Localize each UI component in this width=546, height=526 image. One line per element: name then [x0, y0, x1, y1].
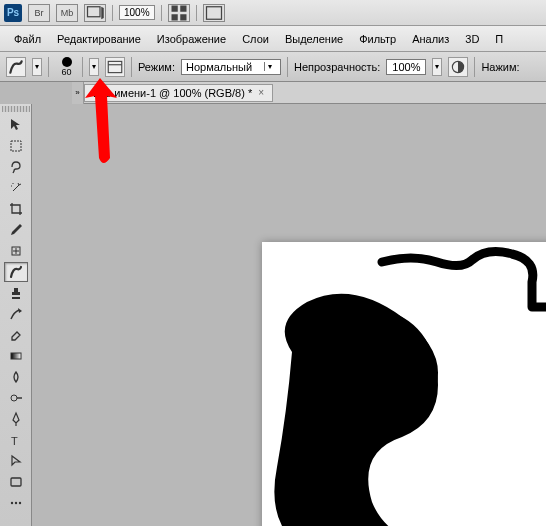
svg-rect-3 [171, 14, 177, 20]
blend-mode-select[interactable]: Нормальный ▾ [181, 59, 281, 75]
svg-rect-4 [180, 14, 186, 20]
shape-tool[interactable] [4, 472, 28, 492]
toolbox-grip[interactable] [2, 106, 30, 112]
brush-panel-button[interactable] [105, 57, 125, 77]
opacity-dropdown-icon[interactable]: ▾ [432, 58, 442, 76]
document-tab[interactable]: Без имени-1 @ 100% (RGB/8) * × [84, 84, 273, 102]
menu-analyze[interactable]: Анализ [404, 31, 457, 47]
chevron-down-icon: ▾ [264, 62, 276, 71]
svg-rect-6 [108, 61, 122, 72]
toolbox: T [0, 104, 32, 526]
bridge-button[interactable]: Br [28, 4, 50, 22]
dodge-tool[interactable] [4, 388, 28, 408]
wand-tool[interactable] [4, 178, 28, 198]
history-brush-tool[interactable] [4, 304, 28, 324]
svg-rect-1 [171, 5, 177, 11]
menu-view[interactable]: П [487, 31, 511, 47]
menu-image[interactable]: Изображение [149, 31, 234, 47]
svg-rect-2 [180, 5, 186, 11]
document-tab-title: Без имени-1 @ 100% (RGB/8) * [93, 87, 252, 99]
flow-label: Нажим: [481, 61, 519, 73]
document-canvas[interactable] [262, 242, 546, 526]
menu-bar: Файл Редактирование Изображение Слои Выд… [0, 26, 546, 52]
pen-tool[interactable] [4, 409, 28, 429]
healing-tool[interactable] [4, 241, 28, 261]
lasso-tool[interactable] [4, 157, 28, 177]
brush-stroke-art [262, 242, 546, 526]
svg-rect-17 [11, 478, 21, 486]
screen-mode-button[interactable] [84, 4, 106, 22]
marquee-tool[interactable] [4, 136, 28, 156]
tab-scroll-icon[interactable]: » [72, 82, 84, 104]
menu-select[interactable]: Выделение [277, 31, 351, 47]
tablet-opacity-button[interactable] [448, 57, 468, 77]
menu-3d[interactable]: 3D [457, 31, 487, 47]
tool-preset-dropdown-icon[interactable]: ▾ [32, 58, 42, 76]
svg-rect-13 [11, 353, 21, 359]
blend-mode-value: Нормальный [186, 61, 252, 73]
blur-tool[interactable] [4, 367, 28, 387]
move-tool[interactable] [4, 115, 28, 135]
svg-rect-9 [11, 141, 21, 151]
svg-rect-5 [206, 6, 221, 19]
svg-point-18 [10, 502, 12, 504]
svg-point-19 [14, 502, 16, 504]
gradient-tool[interactable] [4, 346, 28, 366]
opacity-input[interactable]: 100% [386, 59, 426, 75]
brush-tip-icon [62, 57, 72, 67]
zoom-level[interactable]: 100% [119, 5, 155, 20]
title-bar: Ps Br Mb 100% [0, 0, 546, 26]
menu-file[interactable]: Файл [6, 31, 49, 47]
workspace: T [0, 104, 546, 526]
brush-preset-picker[interactable]: 60 [55, 57, 83, 77]
menu-edit[interactable]: Редактирование [49, 31, 149, 47]
opacity-label: Непрозрачность: [294, 61, 380, 73]
svg-rect-0 [88, 6, 101, 16]
svg-point-20 [18, 502, 20, 504]
eyedropper-tool[interactable] [4, 220, 28, 240]
stamp-tool[interactable] [4, 283, 28, 303]
eraser-tool[interactable] [4, 325, 28, 345]
svg-point-14 [11, 395, 17, 401]
type-tool[interactable]: T [4, 430, 28, 450]
menu-layers[interactable]: Слои [234, 31, 277, 47]
svg-text:T: T [11, 435, 18, 447]
menu-filter[interactable]: Фильтр [351, 31, 404, 47]
brush-preset-dropdown-icon[interactable]: ▾ [89, 58, 99, 76]
more-tools-icon[interactable] [4, 493, 28, 513]
minibridge-button[interactable]: Mb [56, 4, 78, 22]
arrange-button[interactable] [168, 4, 190, 22]
mode-label: Режим: [138, 61, 175, 73]
options-bar: ▾ 60 ▾ Режим: Нормальный ▾ Непрозрачност… [0, 52, 546, 82]
brush-tool[interactable] [4, 262, 28, 282]
extras-button[interactable] [203, 4, 225, 22]
tab-close-button[interactable]: × [258, 87, 264, 98]
tool-preset-icon[interactable] [6, 57, 26, 77]
path-select-tool[interactable] [4, 451, 28, 471]
brush-size-label: 60 [61, 67, 71, 77]
ps-logo-icon: Ps [4, 4, 22, 22]
canvas-area [32, 104, 546, 526]
crop-tool[interactable] [4, 199, 28, 219]
